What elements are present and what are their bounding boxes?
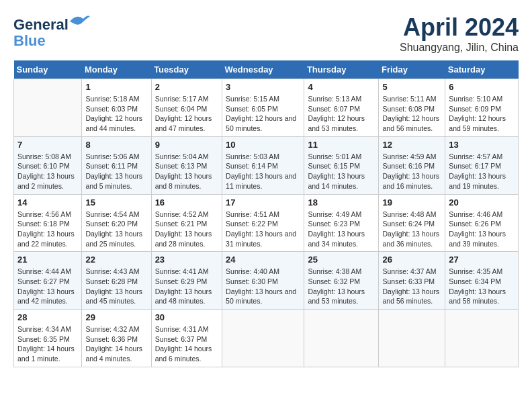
calendar-cell: 24Sunrise: 4:40 AM Sunset: 6:30 PM Dayli…	[222, 252, 304, 310]
logo-text: General	[13, 13, 90, 33]
calendar-cell: 1Sunrise: 5:18 AM Sunset: 6:03 PM Daylig…	[82, 79, 151, 137]
day-info: Sunrise: 4:41 AM Sunset: 6:29 PM Dayligh…	[155, 267, 218, 306]
day-info: Sunrise: 5:11 AM Sunset: 6:08 PM Dayligh…	[382, 94, 441, 134]
day-info: Sunrise: 4:48 AM Sunset: 6:24 PM Dayligh…	[382, 210, 441, 249]
calendar-cell: 6Sunrise: 5:10 AM Sunset: 6:09 PM Daylig…	[445, 79, 519, 137]
day-number: 22	[85, 255, 147, 265]
day-number: 9	[155, 140, 218, 150]
calendar-cell: 25Sunrise: 4:38 AM Sunset: 6:32 PM Dayli…	[304, 252, 379, 310]
col-header-friday: Friday	[379, 60, 445, 79]
calendar-cell: 17Sunrise: 4:51 AM Sunset: 6:22 PM Dayli…	[222, 194, 304, 252]
day-info: Sunrise: 5:13 AM Sunset: 6:07 PM Dayligh…	[308, 94, 375, 134]
day-info: Sunrise: 4:44 AM Sunset: 6:27 PM Dayligh…	[17, 267, 78, 306]
calendar-cell: 9Sunrise: 5:04 AM Sunset: 6:13 PM Daylig…	[151, 136, 222, 194]
day-number: 20	[449, 197, 515, 208]
calendar-cell	[445, 310, 519, 367]
col-header-thursday: Thursday	[304, 60, 379, 79]
day-number: 15	[85, 197, 147, 208]
day-number: 17	[226, 197, 300, 208]
calendar-cell	[379, 310, 445, 367]
day-number: 24	[226, 255, 300, 265]
calendar-cell: 21Sunrise: 4:44 AM Sunset: 6:27 PM Dayli…	[14, 252, 82, 310]
day-number: 1	[85, 82, 147, 92]
calendar-cell: 20Sunrise: 4:46 AM Sunset: 6:26 PM Dayli…	[445, 194, 519, 252]
day-info: Sunrise: 4:37 AM Sunset: 6:33 PM Dayligh…	[382, 267, 441, 306]
day-number: 3	[226, 82, 300, 92]
calendar-cell	[304, 310, 379, 367]
day-info: Sunrise: 4:43 AM Sunset: 6:28 PM Dayligh…	[85, 267, 147, 306]
calendar-cell: 30Sunrise: 4:31 AM Sunset: 6:37 PM Dayli…	[151, 310, 222, 367]
day-info: Sunrise: 4:49 AM Sunset: 6:23 PM Dayligh…	[308, 210, 375, 249]
day-info: Sunrise: 5:17 AM Sunset: 6:04 PM Dayligh…	[155, 94, 218, 134]
day-number: 18	[308, 197, 375, 208]
calendar-cell: 10Sunrise: 5:03 AM Sunset: 6:14 PM Dayli…	[222, 136, 304, 194]
calendar-cell: 28Sunrise: 4:34 AM Sunset: 6:35 PM Dayli…	[14, 310, 82, 367]
day-number: 21	[17, 255, 78, 265]
calendar-cell: 7Sunrise: 5:08 AM Sunset: 6:10 PM Daylig…	[14, 136, 82, 194]
calendar-cell: 23Sunrise: 4:41 AM Sunset: 6:29 PM Dayli…	[151, 252, 222, 310]
calendar-cell: 8Sunrise: 5:06 AM Sunset: 6:11 PM Daylig…	[82, 136, 151, 194]
calendar-cell: 2Sunrise: 5:17 AM Sunset: 6:04 PM Daylig…	[151, 79, 222, 137]
day-info: Sunrise: 4:32 AM Sunset: 6:36 PM Dayligh…	[85, 324, 147, 364]
day-info: Sunrise: 4:35 AM Sunset: 6:34 PM Dayligh…	[449, 267, 515, 306]
day-info: Sunrise: 5:03 AM Sunset: 6:14 PM Dayligh…	[226, 152, 300, 191]
page-header: General Blue April 2024 Shuangyang, Jili…	[13, 13, 519, 54]
col-header-saturday: Saturday	[445, 60, 519, 79]
title-block: April 2024 Shuangyang, Jilin, China	[400, 13, 519, 54]
day-number: 2	[155, 82, 218, 92]
day-number: 19	[382, 197, 441, 208]
day-info: Sunrise: 5:15 AM Sunset: 6:05 PM Dayligh…	[226, 94, 300, 134]
calendar-table: SundayMondayTuesdayWednesdayThursdayFrid…	[13, 60, 519, 367]
day-info: Sunrise: 4:46 AM Sunset: 6:26 PM Dayligh…	[449, 210, 515, 249]
calendar-cell	[14, 79, 82, 137]
calendar-cell: 14Sunrise: 4:56 AM Sunset: 6:18 PM Dayli…	[14, 194, 82, 252]
col-header-tuesday: Tuesday	[151, 60, 222, 79]
calendar-cell: 11Sunrise: 5:01 AM Sunset: 6:15 PM Dayli…	[304, 136, 379, 194]
calendar-cell: 29Sunrise: 4:32 AM Sunset: 6:36 PM Dayli…	[82, 310, 151, 367]
day-number: 29	[85, 312, 147, 322]
col-header-wednesday: Wednesday	[222, 60, 304, 79]
day-info: Sunrise: 4:56 AM Sunset: 6:18 PM Dayligh…	[17, 210, 78, 249]
day-number: 30	[155, 312, 218, 322]
col-header-monday: Monday	[82, 60, 151, 79]
calendar-cell	[222, 310, 304, 367]
day-number: 25	[308, 255, 375, 265]
day-info: Sunrise: 5:01 AM Sunset: 6:15 PM Dayligh…	[308, 152, 375, 191]
day-info: Sunrise: 4:59 AM Sunset: 6:16 PM Dayligh…	[382, 152, 441, 191]
day-info: Sunrise: 4:31 AM Sunset: 6:37 PM Dayligh…	[155, 324, 218, 364]
day-number: 26	[382, 255, 441, 265]
day-info: Sunrise: 5:10 AM Sunset: 6:09 PM Dayligh…	[449, 94, 515, 134]
calendar-cell: 18Sunrise: 4:49 AM Sunset: 6:23 PM Dayli…	[304, 194, 379, 252]
calendar-cell: 22Sunrise: 4:43 AM Sunset: 6:28 PM Dayli…	[82, 252, 151, 310]
day-number: 27	[449, 255, 515, 265]
day-number: 12	[382, 140, 441, 150]
day-number: 4	[308, 82, 375, 92]
day-info: Sunrise: 5:18 AM Sunset: 6:03 PM Dayligh…	[85, 94, 147, 134]
logo: General Blue	[13, 13, 90, 49]
day-number: 11	[308, 140, 375, 150]
day-info: Sunrise: 4:57 AM Sunset: 6:17 PM Dayligh…	[449, 152, 515, 191]
day-number: 28	[17, 312, 78, 322]
calendar-cell: 16Sunrise: 4:52 AM Sunset: 6:21 PM Dayli…	[151, 194, 222, 252]
day-info: Sunrise: 5:04 AM Sunset: 6:13 PM Dayligh…	[155, 152, 218, 191]
day-info: Sunrise: 5:06 AM Sunset: 6:11 PM Dayligh…	[85, 152, 147, 191]
calendar-cell: 19Sunrise: 4:48 AM Sunset: 6:24 PM Dayli…	[379, 194, 445, 252]
day-info: Sunrise: 4:34 AM Sunset: 6:35 PM Dayligh…	[17, 324, 78, 364]
subtitle: Shuangyang, Jilin, China	[400, 42, 519, 54]
day-number: 13	[449, 140, 515, 150]
day-number: 8	[85, 140, 147, 150]
day-number: 7	[17, 140, 78, 150]
day-info: Sunrise: 4:38 AM Sunset: 6:32 PM Dayligh…	[308, 267, 375, 306]
col-header-sunday: Sunday	[14, 60, 82, 79]
day-number: 5	[382, 82, 441, 92]
calendar-cell: 26Sunrise: 4:37 AM Sunset: 6:33 PM Dayli…	[379, 252, 445, 310]
day-number: 14	[17, 197, 78, 208]
day-info: Sunrise: 4:51 AM Sunset: 6:22 PM Dayligh…	[226, 210, 300, 249]
calendar-cell: 3Sunrise: 5:15 AM Sunset: 6:05 PM Daylig…	[222, 79, 304, 137]
calendar-cell: 5Sunrise: 5:11 AM Sunset: 6:08 PM Daylig…	[379, 79, 445, 137]
day-number: 16	[155, 197, 218, 208]
day-number: 6	[449, 82, 515, 92]
logo-bird-icon	[70, 13, 90, 30]
calendar-cell: 4Sunrise: 5:13 AM Sunset: 6:07 PM Daylig…	[304, 79, 379, 137]
logo-text-blue: Blue	[13, 33, 90, 49]
